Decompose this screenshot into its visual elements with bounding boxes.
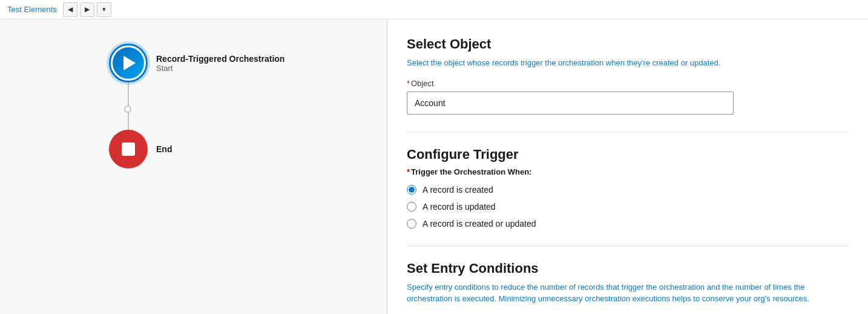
- connector-line-2: [128, 113, 129, 130]
- right-panel: Select Object Select the object whose re…: [387, 19, 868, 314]
- trigger-required-marker: *: [407, 167, 410, 176]
- radio-created-or-updated-label: A record is created or updated: [422, 219, 536, 229]
- start-node-title: Record-Triggered Orchestration: [156, 54, 284, 64]
- play-icon: [123, 56, 136, 70]
- nav-down-button[interactable]: ▾: [97, 2, 111, 17]
- divider-1: [407, 132, 849, 132]
- configure-trigger-title: Configure Trigger: [407, 147, 849, 162]
- connector-line-1: [128, 82, 129, 105]
- trigger-radio-group: A record is created A record is updated …: [407, 185, 849, 229]
- nav-arrows: ◀ ▶ ▾: [63, 2, 111, 17]
- end-node-title: End: [156, 144, 172, 154]
- radio-updated-label: A record is updated: [422, 202, 496, 212]
- end-node-row: End: [109, 130, 172, 169]
- breadcrumb-link[interactable]: Test Elements: [7, 5, 57, 14]
- object-required-marker: *: [407, 79, 410, 88]
- radio-item-created-or-updated[interactable]: A record is created or updated: [407, 219, 849, 229]
- start-node-label: Record-Triggered Orchestration Start: [156, 54, 284, 73]
- divider-2: [407, 246, 849, 246]
- radio-created-or-updated[interactable]: [407, 219, 416, 229]
- flow-wrapper: Record-Triggered Orchestration Start End: [0, 19, 387, 169]
- nav-forward-button[interactable]: ▶: [80, 2, 94, 17]
- end-node-circle[interactable]: [109, 130, 148, 169]
- select-object-desc: Select the object whose records trigger …: [407, 57, 849, 69]
- set-entry-conditions-section: Set Entry Conditions Specify entry condi…: [407, 261, 849, 305]
- entry-conditions-desc: Specify entry conditions to reduce the n…: [407, 281, 849, 305]
- object-field-label: *Object: [407, 79, 849, 88]
- select-object-section: Select Object Select the object whose re…: [407, 36, 849, 115]
- stop-icon: [122, 142, 135, 156]
- radio-updated[interactable]: [407, 202, 416, 212]
- radio-item-updated[interactable]: A record is updated: [407, 202, 849, 212]
- canvas-panel: Record-Triggered Orchestration Start End: [0, 19, 387, 314]
- connector-dot: [124, 105, 131, 113]
- start-node-circle[interactable]: [109, 44, 148, 82]
- select-object-title: Select Object: [407, 36, 849, 52]
- nav-back-button[interactable]: ◀: [63, 2, 77, 17]
- start-node-row: Record-Triggered Orchestration Start: [109, 44, 284, 82]
- main-container: Record-Triggered Orchestration Start End: [0, 19, 868, 314]
- radio-created-label: A record is created: [422, 185, 493, 195]
- object-input[interactable]: [407, 92, 734, 115]
- end-node-label: End: [156, 144, 172, 154]
- top-bar: Test Elements ◀ ▶ ▾: [0, 0, 868, 19]
- configure-trigger-section: Configure Trigger *Trigger the Orchestra…: [407, 147, 849, 229]
- trigger-when-label: *Trigger the Orchestration When:: [407, 167, 849, 176]
- entry-conditions-title: Set Entry Conditions: [407, 261, 849, 276]
- radio-created[interactable]: [407, 185, 416, 195]
- radio-item-created[interactable]: A record is created: [407, 185, 849, 195]
- start-node-subtitle: Start: [156, 64, 284, 73]
